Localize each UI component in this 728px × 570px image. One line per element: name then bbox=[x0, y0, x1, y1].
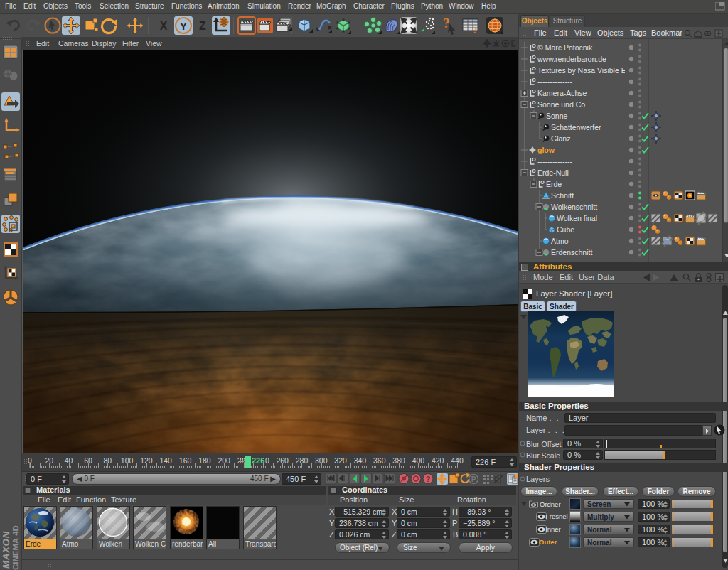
svg-text:MAXON: MAXON bbox=[1, 531, 11, 569]
svg-text:X: X bbox=[160, 20, 168, 32]
svg-text:Erdenschnitt: Erdenschnitt bbox=[551, 248, 592, 257]
svg-text:Z: Z bbox=[199, 20, 206, 32]
svg-text:--------------: -------------- bbox=[537, 157, 572, 166]
svg-text:Schattenwerfer: Schattenwerfer bbox=[551, 123, 601, 131]
svg-text:Cube: Cube bbox=[557, 225, 574, 234]
svg-text:© Marc Potocnik: © Marc Potocnik bbox=[537, 43, 593, 52]
svg-text:CINEMA 4D: CINEMA 4D bbox=[11, 525, 20, 570]
svg-text:Glanz: Glanz bbox=[551, 134, 570, 143]
svg-text:Y: Y bbox=[180, 20, 187, 32]
svg-text:glow: glow bbox=[537, 146, 555, 154]
svg-text:Kamera-Achse: Kamera-Achse bbox=[537, 89, 587, 97]
svg-text:Atmo: Atmo bbox=[551, 237, 569, 245]
svg-text:140: 140 bbox=[159, 456, 172, 465]
svg-text:20: 20 bbox=[45, 456, 53, 465]
svg-text:100: 100 bbox=[121, 456, 134, 465]
svg-text:280: 280 bbox=[296, 456, 309, 465]
svg-text:Erde-Null: Erde-Null bbox=[537, 168, 569, 177]
svg-text:340: 340 bbox=[354, 456, 367, 465]
svg-text:?: ? bbox=[473, 25, 478, 35]
svg-text:440: 440 bbox=[451, 456, 464, 465]
svg-text:40: 40 bbox=[65, 456, 73, 465]
svg-text:Erde: Erde bbox=[546, 180, 562, 188]
svg-text:420: 420 bbox=[432, 456, 444, 465]
svg-text:www.renderbaron.de: www.renderbaron.de bbox=[537, 55, 606, 63]
svg-text:320: 320 bbox=[334, 456, 347, 465]
svg-text:160: 160 bbox=[179, 456, 192, 465]
svg-text:Schnitt: Schnitt bbox=[551, 191, 574, 200]
svg-text:400: 400 bbox=[412, 456, 425, 465]
svg-text:300: 300 bbox=[315, 456, 328, 465]
svg-text:260: 260 bbox=[276, 456, 289, 465]
svg-text:200: 200 bbox=[218, 456, 230, 465]
svg-text:Sonne und Co: Sonne und Co bbox=[537, 100, 585, 109]
svg-text:380: 380 bbox=[392, 456, 405, 465]
svg-text:80: 80 bbox=[103, 456, 112, 465]
svg-text:226: 226 bbox=[252, 456, 264, 465]
svg-text:Sonne: Sonne bbox=[546, 112, 568, 120]
svg-text:120: 120 bbox=[140, 456, 153, 465]
svg-text:0: 0 bbox=[265, 456, 269, 465]
svg-text:P: P bbox=[471, 475, 476, 483]
svg-text:Wolken final: Wolken final bbox=[557, 214, 597, 222]
svg-text:Textures by Nasa Visible Eart: Textures by Nasa Visible Eart bbox=[537, 66, 635, 75]
svg-text:?: ? bbox=[426, 475, 431, 483]
svg-text:360: 360 bbox=[373, 456, 386, 465]
svg-text:60: 60 bbox=[84, 456, 92, 465]
svg-text:180: 180 bbox=[198, 456, 211, 465]
svg-text:Wolkenschnitt: Wolkenschnitt bbox=[551, 203, 597, 211]
svg-text:--------------: -------------- bbox=[537, 77, 572, 86]
